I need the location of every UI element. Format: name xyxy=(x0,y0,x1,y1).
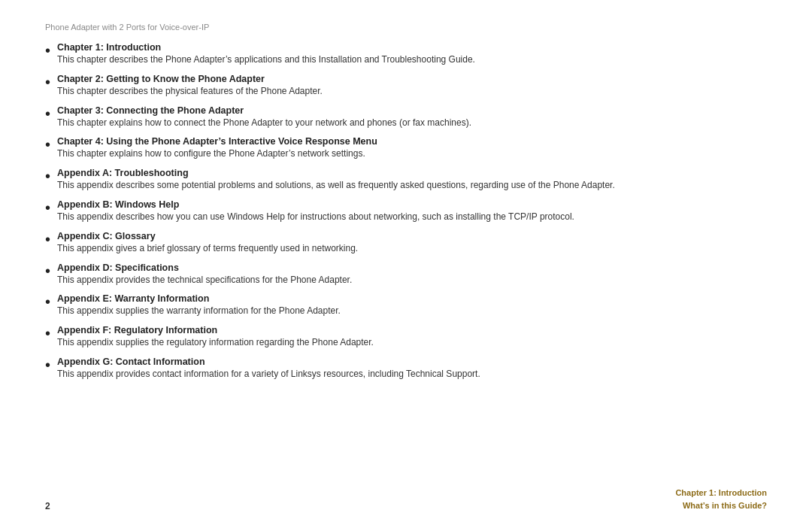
item-content: Appendix A: TroubleshootingThis appendix… xyxy=(57,168,767,192)
list-item: •Appendix E: Warranty InformationThis ap… xyxy=(45,293,767,317)
list-item: •Appendix F: Regulatory InformationThis … xyxy=(45,325,767,349)
item-content: Appendix F: Regulatory InformationThis a… xyxy=(57,325,767,349)
item-content: Appendix E: Warranty InformationThis app… xyxy=(57,293,767,317)
item-description: This appendix describes some potential p… xyxy=(57,180,615,190)
item-content: Appendix B: Windows HelpThis appendix de… xyxy=(57,199,767,223)
bullet-icon: • xyxy=(45,357,57,372)
item-title: Chapter 1: Introduction xyxy=(57,42,767,53)
list-item: •Appendix A: TroubleshootingThis appendi… xyxy=(45,168,767,192)
item-content: Chapter 1: IntroductionThis chapter desc… xyxy=(57,42,767,66)
item-title: Appendix F: Regulatory Information xyxy=(57,325,767,335)
content-list: •Chapter 1: IntroductionThis chapter des… xyxy=(45,42,767,381)
item-description: This chapter describes the physical feat… xyxy=(57,86,323,96)
bullet-icon: • xyxy=(45,74,57,90)
item-description: This appendix gives a brief glossary of … xyxy=(57,243,358,253)
list-item: •Chapter 2: Getting to Know the Phone Ad… xyxy=(45,74,767,98)
footer-chapter: Chapter 1: Introduction xyxy=(675,487,767,499)
item-title: Appendix C: Glossary xyxy=(57,231,767,241)
list-item: •Chapter 4: Using the Phone Adapter’s In… xyxy=(45,136,767,160)
item-description: This appendix supplies the regulatory in… xyxy=(57,337,374,347)
footer-section: What’s in this Guide? xyxy=(675,499,767,512)
item-description: This appendix supplies the warranty info… xyxy=(57,305,341,316)
list-item: •Appendix G: Contact InformationThis app… xyxy=(45,357,767,381)
item-description: This appendix provides the technical spe… xyxy=(57,275,352,285)
list-item: •Appendix D: SpecificationsThis appendix… xyxy=(45,262,767,287)
item-content: Appendix D: SpecificationsThis appendix … xyxy=(57,262,767,287)
item-description: This chapter describes the Phone Adapter… xyxy=(57,54,475,65)
list-item: •Chapter 1: IntroductionThis chapter des… xyxy=(45,42,767,66)
bullet-icon: • xyxy=(45,232,57,247)
bullet-icon: • xyxy=(45,200,57,215)
item-description: This chapter explains how to configure t… xyxy=(57,148,365,159)
page-number: 2 xyxy=(45,501,50,511)
page: Phone Adapter with 2 Ports for Voice-ove… xyxy=(0,0,812,525)
bullet-icon: • xyxy=(45,263,57,278)
item-title: Chapter 4: Using the Phone Adapter’s Int… xyxy=(57,136,767,147)
item-content: Chapter 2: Getting to Know the Phone Ada… xyxy=(57,74,767,98)
footer-right: Chapter 1: Introduction What’s in this G… xyxy=(675,487,767,511)
item-content: Appendix G: Contact InformationThis appe… xyxy=(57,357,767,381)
item-content: Chapter 4: Using the Phone Adapter’s Int… xyxy=(57,136,767,160)
bullet-icon: • xyxy=(45,326,57,341)
item-description: This appendix describes how you can use … xyxy=(57,211,574,222)
item-content: Chapter 3: Connecting the Phone AdapterT… xyxy=(57,105,767,129)
list-item: •Appendix C: GlossaryThis appendix gives… xyxy=(45,231,767,255)
item-title: Chapter 2: Getting to Know the Phone Ada… xyxy=(57,74,767,84)
footer: 2 Chapter 1: Introduction What’s in this… xyxy=(45,487,767,511)
item-title: Appendix A: Troubleshooting xyxy=(57,168,767,178)
list-item: •Chapter 3: Connecting the Phone Adapter… xyxy=(45,105,767,129)
bullet-icon: • xyxy=(45,43,57,58)
item-title: Appendix E: Warranty Information xyxy=(57,293,767,304)
item-content: Appendix C: GlossaryThis appendix gives … xyxy=(57,231,767,255)
item-description: This appendix provides contact informati… xyxy=(57,369,480,379)
bullet-icon: • xyxy=(45,137,57,152)
item-title: Appendix B: Windows Help xyxy=(57,199,767,210)
item-description: This chapter explains how to connect the… xyxy=(57,117,471,128)
page-subtitle: Phone Adapter with 2 Ports for Voice-ove… xyxy=(45,23,767,32)
bullet-icon: • xyxy=(45,294,57,309)
item-title: Appendix D: Specifications xyxy=(57,262,767,273)
item-title: Appendix G: Contact Information xyxy=(57,357,767,367)
list-item: •Appendix B: Windows HelpThis appendix d… xyxy=(45,199,767,223)
item-title: Chapter 3: Connecting the Phone Adapter xyxy=(57,105,767,116)
bullet-icon: • xyxy=(45,168,57,184)
bullet-icon: • xyxy=(45,106,57,121)
